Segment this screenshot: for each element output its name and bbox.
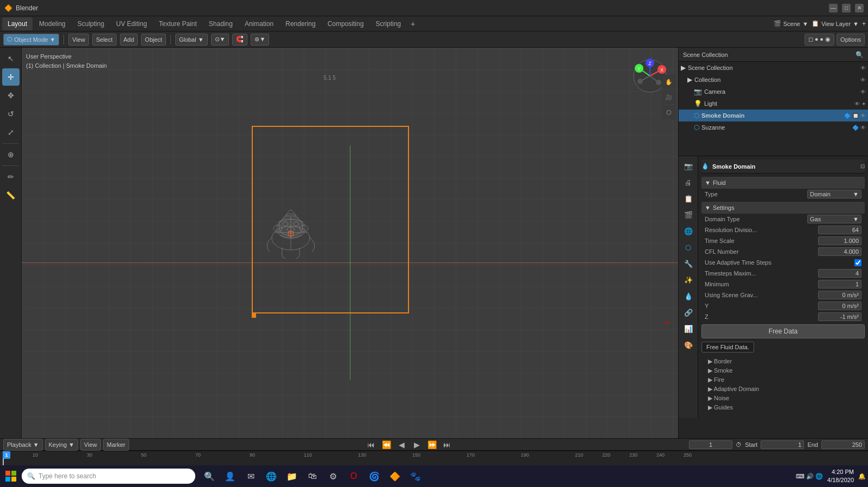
domain-type-dropdown[interactable]: Gas ▼ [807,215,861,223]
settings-section-header[interactable]: ▼ Settings [701,202,865,214]
tab-compositing[interactable]: Compositing [322,17,369,30]
object-mode-dropdown[interactable]: ⬡ Object Mode ▼ [3,34,59,46]
tab-shading[interactable]: Shading [203,17,238,30]
add-workspace-button[interactable]: + [407,20,418,28]
current-frame-input[interactable]: 1 [689,440,732,449]
taskbar-search-icon[interactable]: 🔍 [200,467,219,485]
add-menu[interactable]: Add [120,34,138,46]
outliner-light[interactable]: 💡 Light 👁 ✦ [679,98,868,110]
marker-menu[interactable]: Marker [103,439,129,451]
taskbar-blender-icon[interactable]: 🔶 [385,467,405,485]
border-subsection[interactable]: ▶ Border [701,357,865,366]
next-keyframe-button[interactable]: ⏩ [425,438,438,451]
time-scale-input[interactable]: 1.000 [818,236,861,245]
tool-select[interactable]: ↖ [2,50,20,67]
tab-modeling[interactable]: Modeling [34,17,71,30]
tool-cursor[interactable]: ✛ [2,68,20,86]
grav-x-input[interactable]: 0 m/s² [818,291,861,299]
props-particles-icon[interactable]: ✨ [681,272,696,287]
noise-subsection[interactable]: ▶ Noise [701,394,865,403]
props-view-layer-icon[interactable]: 📋 [681,191,696,206]
view-menu-timeline[interactable]: View [80,439,101,451]
prev-keyframe-button[interactable]: ⏪ [380,438,393,451]
close-button[interactable]: ✕ [855,4,864,12]
keying-menu[interactable]: Keying ▼ [45,439,79,451]
outliner-scene-collection[interactable]: ▶ Scene Collection 👁 [679,62,868,74]
search-placeholder-text[interactable]: Type here to search [39,472,96,480]
resolution-input[interactable]: 64 [818,226,861,234]
taskbar-people-icon[interactable]: 👤 [220,467,240,485]
props-data-icon[interactable]: 📊 [681,321,696,336]
props-render-icon[interactable]: 📷 [681,158,696,174]
tab-scripting[interactable]: Scripting [370,17,406,30]
props-scene-icon[interactable]: 🎬 [681,207,696,222]
tab-animation[interactable]: Animation [239,17,279,30]
pivot-point[interactable]: ⊙▼ [211,34,229,46]
fire-subsection[interactable]: ▶ Fire [701,375,865,385]
notification-icon[interactable]: 🔔 [858,473,866,480]
outliner-suzanne[interactable]: ⬡ Suzanne 🔷 👁 [679,121,868,133]
props-output-icon[interactable]: 🖨 [681,175,696,190]
start-button[interactable] [2,467,20,485]
view-layer-dropdown-icon[interactable]: ▼ [853,21,859,27]
grav-y-input[interactable]: 0 m/s² [818,302,861,310]
tab-texture-paint[interactable]: Texture Paint [154,17,202,30]
select-menu[interactable]: Select [92,34,117,46]
taskbar-app6-icon[interactable]: ⚙ [323,467,343,485]
proportional-edit[interactable]: ⊚▼ [251,34,269,46]
tab-layout[interactable]: Layout [2,17,33,30]
props-modifiers-icon[interactable]: 🔧 [681,256,696,271]
props-material-icon[interactable]: 🎨 [681,337,696,353]
minimize-button[interactable]: — [829,4,838,12]
outliner-collection[interactable]: ▶ Collection 👁 [679,74,868,86]
taskbar-search[interactable]: 🔍 Type here to search [22,469,195,484]
tab-sculpting[interactable]: Sculpting [72,17,110,30]
free-data-button[interactable]: Free Data [701,324,865,338]
options-btn[interactable]: Options [837,34,865,46]
scene-dropdown-icon[interactable]: ▼ [802,21,808,27]
object-menu[interactable]: Object [141,34,166,46]
taskbar-folder-icon[interactable]: 📁 [282,467,302,485]
outliner-camera[interactable]: 📷 Camera 👁 [679,86,868,98]
tool-measure[interactable]: 📏 [2,187,20,204]
cfl-input[interactable]: 4.000 [818,247,861,256]
taskbar-mail-icon[interactable]: ✉ [241,467,260,485]
taskbar-opera-icon[interactable]: O [344,467,363,485]
outliner-filter-btn[interactable]: 🔍 [856,51,864,59]
step-back-button[interactable]: ◀ [395,438,408,451]
taskbar-app10-icon[interactable]: 🐾 [406,467,425,485]
frame-marker[interactable]: 1 [3,451,10,459]
minimum-input[interactable]: 1 [818,280,861,289]
props-world-icon[interactable]: 🌐 [681,223,696,239]
tool-transform[interactable]: ⊕ [2,146,20,163]
start-frame-input[interactable]: 1 [761,440,804,449]
tool-move[interactable]: ✥ [2,87,20,104]
end-frame-input[interactable]: 250 [821,440,865,449]
props-physics-icon[interactable]: 💧 [681,289,696,304]
viewport-shading[interactable]: ◻ ● ● ◉ [805,34,834,46]
tool-annotate[interactable]: ✏ [2,168,20,185]
view-pan-button[interactable]: ✋ [662,75,676,89]
outliner-smoke-domain[interactable]: ⬡ Smoke Domain 🔷 🔲 👁 [679,110,868,121]
view-zoom-button[interactable]: 🎥 [662,90,676,104]
grav-z-input[interactable]: -1 m/s² [818,312,861,321]
adaptive-domain-subsection[interactable]: ▶ Adaptive Domain [701,385,865,394]
guides-subsection[interactable]: ▶ Guides [701,403,865,412]
props-constraints-icon[interactable]: 🔗 [681,305,696,320]
taskbar-chrome-icon[interactable]: 🌀 [365,467,384,485]
tab-uv-editing[interactable]: UV Editing [111,17,152,30]
transform-space[interactable]: Global ▼ [175,34,208,46]
snap-toggle[interactable]: 🧲 [232,34,247,46]
fluid-section-header[interactable]: ▼ Fluid [701,177,865,189]
smoke-subsection[interactable]: ▶ Smoke [701,366,865,375]
type-dropdown[interactable]: Domain ▼ [807,190,861,198]
view-menu[interactable]: View [68,34,89,46]
playback-menu[interactable]: Playback ▼ [3,439,43,451]
tool-scale[interactable]: ⤢ [2,124,20,141]
play-button[interactable]: ▶ [410,438,423,451]
timeline-track[interactable]: 1 10 30 50 70 90 110 130 150 170 190 210… [0,451,868,465]
taskbar-edge-icon[interactable]: 🌐 [261,467,281,485]
tool-rotate[interactable]: ↺ [2,105,20,123]
add-view-layer-button[interactable]: + [862,20,866,28]
maximize-button[interactable]: □ [842,4,851,12]
